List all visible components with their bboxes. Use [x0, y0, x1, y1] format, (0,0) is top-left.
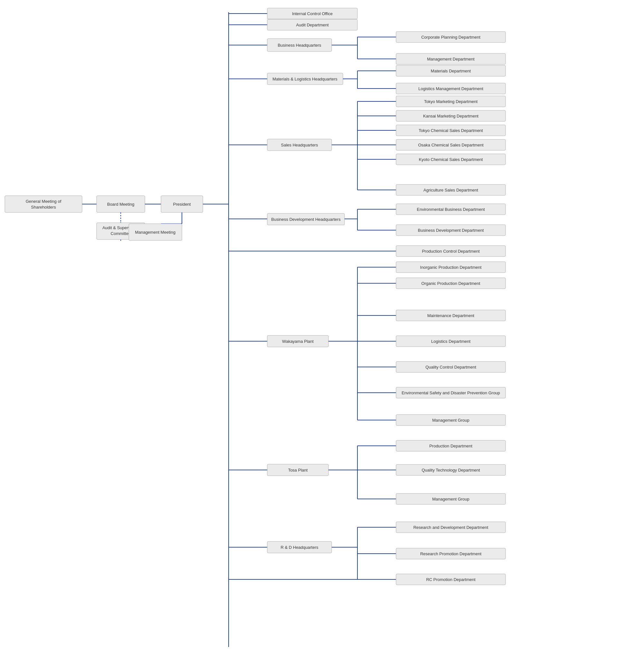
osaka-chemical-label: Osaka Chemical Sales Department [418, 143, 483, 147]
research-promo-label: Research Promotion Department [420, 552, 481, 556]
corporate-planning-label: Corporate Planning Department [421, 35, 480, 40]
mgmt-group-tosa-label: Management Group [432, 497, 469, 501]
biz-dev-hq-label: Business Development Headquarters [271, 217, 341, 222]
board-meeting-label: Board Meeting [107, 202, 135, 207]
rd-hq-label: R & D Headquarters [280, 545, 319, 550]
production-control-label: Production Control Department [422, 249, 480, 254]
tokyo-chemical-label: Tokyo Chemical Sales Department [419, 128, 483, 133]
biz-dev-label: Business Development Department [418, 228, 484, 233]
inorganic-prod-label: Inorganic Production Department [420, 265, 482, 270]
maintenance-label: Maintenance Department [427, 313, 474, 318]
audit-dept-label: Audit Department [296, 23, 329, 27]
env-biz-label: Environmental Business Department [417, 207, 485, 212]
svg-rect-0 [5, 196, 82, 212]
wakayama-plant-label: Wakayama Plant [282, 339, 314, 344]
sales-hq-label: Sales Headquarters [281, 143, 318, 147]
kansai-marketing-label: Kansai Marketing Department [423, 114, 479, 118]
quality-tech-label: Quality Technology Department [421, 468, 480, 472]
tosa-plant-label: Tosa Plant [288, 468, 308, 472]
management-dept-label: Management Department [427, 57, 475, 62]
logistics-dept-label: Logistics Department [431, 339, 470, 344]
general-meeting-label: General Meeting of [26, 199, 62, 204]
materials-hq-label: Materials & Logistics Headquarters [272, 77, 338, 81]
tokyo-marketing-label: Tokyo Marketing Department [424, 99, 478, 104]
production-dept-label: Production Department [429, 444, 473, 448]
organic-prod-label: Organic Production Department [421, 281, 480, 286]
env-safety-label: Environmental Safety and Disaster Preven… [401, 391, 500, 395]
materials-dept-label: Materials Department [431, 69, 471, 73]
business-hq-label: Business Headquarters [278, 43, 321, 48]
agriculture-sales-label: Agriculture Sales Department [423, 188, 478, 192]
org-chart: text { font-family: Arial, sans-serif; f… [3, 6, 641, 654]
management-meeting-label: Management Meeting [135, 230, 176, 235]
internal-control-label: Internal Control Office [292, 11, 332, 16]
president-label: President [173, 202, 191, 207]
general-meeting-label2: Shareholders [31, 205, 56, 210]
rc-promo-label: RC Promotion Department [426, 577, 476, 582]
research-dev-label: Research and Development Department [413, 525, 488, 530]
org-chart-svg: text { font-family: Arial, sans-serif; f… [3, 6, 641, 653]
kyoto-chemical-label: Kyoto Chemical Sales Department [419, 157, 483, 162]
audit-supervisory-label2: Committee [111, 231, 131, 236]
logistics-mgmt-label: Logistics Management Department [418, 86, 483, 91]
mgmt-group-waka-label: Management Group [432, 418, 469, 423]
quality-control-label: Quality Control Department [426, 365, 476, 370]
